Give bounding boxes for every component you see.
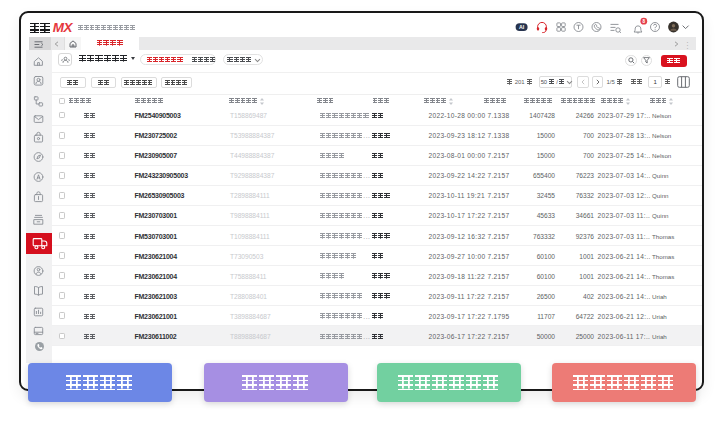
svg-text:8: 8 [643,19,646,24]
svg-text:AI: AI [519,24,525,30]
